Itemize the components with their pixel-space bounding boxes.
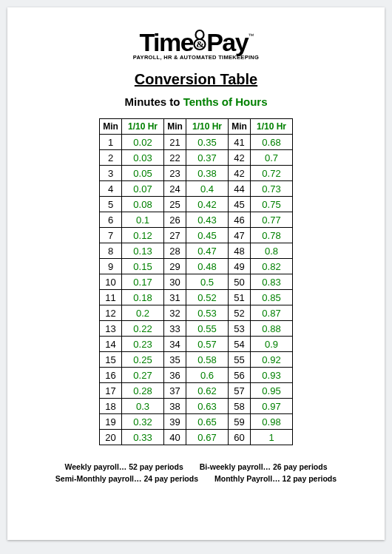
cell-tenth-hour: 0.33 (122, 430, 164, 445)
cell-tenth-hour: 0.18 (122, 290, 164, 305)
cell-tenth-hour: 0.88 (251, 321, 293, 337)
cell-min: 42 (229, 150, 251, 166)
cell-min: 16 (100, 368, 122, 383)
table-row: 50.08250.42450.75 (100, 197, 293, 212)
footer-notes: Weekly payroll… 52 pay periodsBi-weekly … (7, 462, 385, 485)
cell-tenth-hour: 0.65 (186, 414, 229, 430)
cell-tenth-hour: 0.47 (186, 243, 229, 259)
cell-min: 2 (100, 150, 122, 166)
logo-word-pay: Pay (206, 28, 248, 56)
cell-min: 35 (164, 352, 186, 368)
cell-min: 59 (229, 414, 251, 430)
cell-tenth-hour: 0.55 (186, 321, 229, 337)
cell-min: 24 (164, 181, 186, 197)
table-row: 120.2320.53520.87 (100, 305, 293, 321)
cell-min: 41 (229, 135, 251, 150)
ampersand-icon: & (192, 29, 208, 51)
col-header-hr: 1/10 Hr (251, 119, 293, 135)
cell-tenth-hour: 0.22 (122, 321, 164, 337)
cell-tenth-hour: 0.15 (122, 259, 164, 274)
table-row: 10.02210.35410.68 (100, 135, 293, 150)
cell-tenth-hour: 0.62 (186, 383, 229, 399)
cell-tenth-hour: 0.25 (122, 352, 164, 368)
cell-min: 37 (164, 383, 186, 399)
table-row: 110.18310.52510.85 (100, 290, 293, 305)
col-header-min: Min (164, 119, 186, 135)
cell-tenth-hour: 0.07 (122, 181, 164, 197)
cell-min: 40 (164, 430, 186, 445)
cell-tenth-hour: 0.78 (251, 228, 293, 243)
cell-min: 50 (229, 274, 251, 290)
cell-min: 46 (229, 212, 251, 228)
cell-min: 26 (164, 212, 186, 228)
cell-min: 18 (100, 399, 122, 414)
cell-min: 6 (100, 212, 122, 228)
page-title: Conversion Table (7, 71, 385, 88)
cell-tenth-hour: 0.2 (122, 305, 164, 321)
table-row: 170.28370.62570.95 (100, 383, 293, 399)
cell-min: 53 (229, 321, 251, 337)
cell-tenth-hour: 0.58 (186, 352, 229, 368)
cell-tenth-hour: 0.68 (251, 135, 293, 150)
cell-min: 20 (100, 430, 122, 445)
cell-tenth-hour: 0.6 (186, 368, 229, 383)
cell-min: 55 (229, 352, 251, 368)
cell-min: 10 (100, 274, 122, 290)
cell-min: 27 (164, 228, 186, 243)
cell-tenth-hour: 0.97 (251, 399, 293, 414)
cell-min: 28 (164, 243, 186, 259)
cell-min: 21 (164, 135, 186, 150)
col-header-hr: 1/10 Hr (186, 119, 229, 135)
cell-tenth-hour: 0.12 (122, 228, 164, 243)
cell-tenth-hour: 0.28 (122, 383, 164, 399)
cell-tenth-hour: 0.75 (251, 197, 293, 212)
table-row: 200.33400.67601 (100, 430, 293, 445)
cell-tenth-hour: 0.17 (122, 274, 164, 290)
col-header-hr: 1/10 Hr (122, 119, 164, 135)
cell-min: 13 (100, 321, 122, 337)
cell-min: 48 (229, 243, 251, 259)
cell-tenth-hour: 0.03 (122, 150, 164, 166)
cell-tenth-hour: 0.1 (122, 212, 164, 228)
cell-tenth-hour: 0.27 (122, 368, 164, 383)
cell-min: 4 (100, 181, 122, 197)
cell-tenth-hour: 0.38 (186, 166, 229, 181)
cell-tenth-hour: 0.42 (186, 197, 229, 212)
cell-min: 8 (100, 243, 122, 259)
cell-min: 44 (229, 181, 251, 197)
cell-min: 57 (229, 383, 251, 399)
cell-tenth-hour: 0.32 (122, 414, 164, 430)
cell-tenth-hour: 0.5 (186, 274, 229, 290)
cell-tenth-hour: 0.7 (251, 150, 293, 166)
table-row: 130.22330.55530.88 (100, 321, 293, 337)
cell-tenth-hour: 0.82 (251, 259, 293, 274)
table-row: 190.32390.65590.98 (100, 414, 293, 430)
cell-tenth-hour: 0.52 (186, 290, 229, 305)
cell-tenth-hour: 0.48 (186, 259, 229, 274)
col-header-min: Min (100, 119, 122, 135)
cell-min: 47 (229, 228, 251, 243)
cell-tenth-hour: 0.85 (251, 290, 293, 305)
conversion-table: Min 1/10 Hr Min 1/10 Hr Min 1/10 Hr 10.0… (99, 118, 293, 445)
table-row: 20.03220.37420.7 (100, 150, 293, 166)
cell-tenth-hour: 0.87 (251, 305, 293, 321)
cell-min: 36 (164, 368, 186, 383)
table-header-row: Min 1/10 Hr Min 1/10 Hr Min 1/10 Hr (100, 119, 293, 135)
cell-min: 22 (164, 150, 186, 166)
cell-min: 30 (164, 274, 186, 290)
cell-tenth-hour: 0.43 (186, 212, 229, 228)
cell-tenth-hour: 0.45 (186, 228, 229, 243)
document-page: Time&Pay™ PAYROLL, HR & AUTOMATED TIMEKE… (7, 7, 385, 540)
cell-min: 56 (229, 368, 251, 383)
cell-min: 17 (100, 383, 122, 399)
cell-tenth-hour: 0.73 (251, 181, 293, 197)
table-row: 90.15290.48490.82 (100, 259, 293, 274)
trademark-symbol: ™ (248, 33, 253, 39)
conversion-table-wrap: Min 1/10 Hr Min 1/10 Hr Min 1/10 Hr 10.0… (99, 118, 293, 445)
cell-min: 12 (100, 305, 122, 321)
table-row: 70.12270.45470.78 (100, 228, 293, 243)
subtitle-highlight: Tenths of Hours (183, 95, 268, 108)
footer-weekly: Weekly payroll… 52 pay periods (64, 462, 183, 471)
cell-min: 32 (164, 305, 186, 321)
cell-min: 33 (164, 321, 186, 337)
